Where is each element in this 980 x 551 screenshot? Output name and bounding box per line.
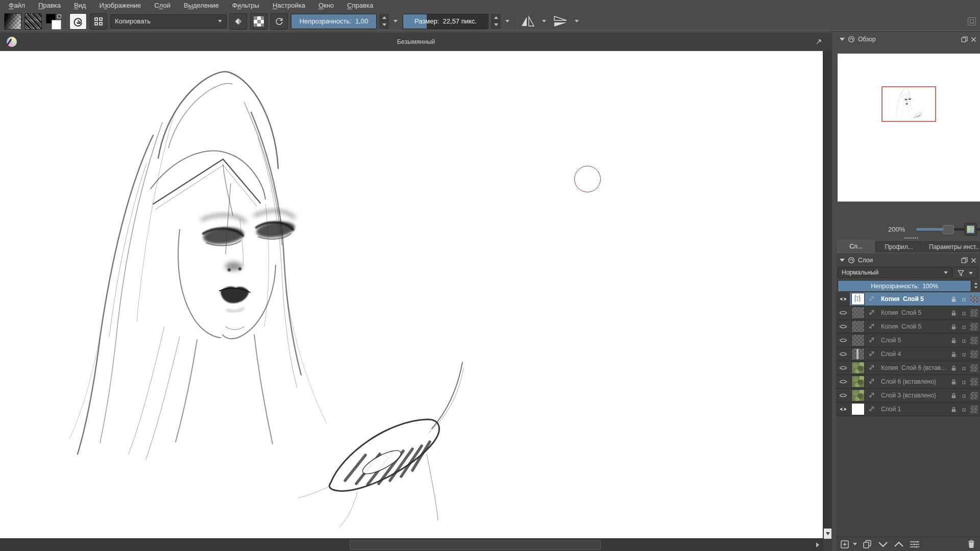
layer-hidden-eye-icon[interactable] [836, 334, 850, 347]
brush-opacity-slider[interactable]: Непрозрачность: 1,00 [291, 14, 377, 29]
layer-row[interactable]: Слой 4α [836, 347, 980, 361]
reload-preset-button[interactable] [271, 13, 288, 30]
layer-hidden-eye-icon[interactable] [836, 306, 850, 319]
inherit-alpha-icon[interactable] [868, 392, 877, 399]
lock-icon[interactable] [950, 337, 958, 344]
alpha-icon[interactable]: α [960, 295, 968, 303]
layer-row[interactable]: Слой 5α [836, 334, 980, 347]
pattern-swatch-button[interactable] [24, 13, 42, 30]
lock-icon[interactable] [950, 378, 958, 386]
alpha-icon[interactable]: α [960, 378, 968, 386]
alpha-icon[interactable]: α [960, 309, 968, 317]
layer-thumbnail[interactable] [851, 403, 865, 415]
layer-hidden-eye-icon[interactable] [836, 347, 850, 361]
layer-thumbnail[interactable] [851, 334, 865, 346]
overview-docker-header[interactable]: Обзор [836, 33, 980, 46]
tab-tool-options[interactable]: Параметры инст... [923, 241, 980, 253]
layer-hidden-eye-icon[interactable] [836, 361, 850, 374]
add-layer-dropdown[interactable] [853, 543, 857, 545]
scrollbar-right-arrow[interactable] [816, 542, 819, 547]
alpha-channel-icon[interactable] [970, 295, 978, 303]
tab-layers[interactable]: Сл... [838, 240, 874, 253]
foreground-background-colors[interactable] [45, 13, 62, 30]
alpha-channel-icon[interactable] [970, 350, 978, 358]
layer-thumbnail[interactable] [851, 348, 865, 360]
layer-row[interactable]: Копия Слой 6 (вставле...α [836, 361, 980, 375]
menu-item[interactable]: Фильтры [226, 0, 266, 11]
blending-mode-combobox[interactable]: Копировать [110, 14, 227, 29]
blend-mode-combobox[interactable]: Нормальный [838, 267, 952, 278]
brush-size-slider[interactable]: Размер: 22,57 пикс. [403, 14, 488, 29]
alpha-channel-icon[interactable] [970, 337, 978, 344]
move-layer-down-button[interactable] [877, 539, 889, 550]
float-docker-icon[interactable] [961, 36, 968, 42]
layer-thumbnail[interactable] [851, 320, 865, 333]
delete-layer-button[interactable] [966, 539, 977, 550]
alpha-icon[interactable]: α [960, 406, 968, 413]
layer-thumbnail[interactable] [851, 375, 865, 388]
alpha-channel-icon[interactable] [970, 364, 978, 372]
inherit-alpha-icon[interactable] [868, 295, 877, 303]
move-layer-up-button[interactable] [893, 539, 904, 550]
inherit-alpha-icon[interactable] [868, 364, 877, 371]
menu-item[interactable]: Справка [340, 0, 380, 11]
layer-hidden-eye-icon[interactable] [836, 375, 850, 388]
overview-viewport[interactable] [838, 54, 980, 202]
alpha-icon[interactable]: α [960, 337, 968, 344]
alpha-channel-icon[interactable] [970, 378, 978, 386]
layer-row[interactable]: Копия Слой 5α [836, 292, 980, 306]
inherit-alpha-icon[interactable] [868, 378, 877, 385]
inherit-alpha-icon[interactable] [868, 337, 877, 344]
alpha-channel-icon[interactable] [970, 309, 978, 317]
lock-icon[interactable] [950, 364, 958, 372]
scrollbar-down-arrow[interactable] [824, 529, 831, 539]
size-spinner[interactable] [492, 14, 500, 29]
zoom-slider-handle[interactable] [943, 225, 954, 234]
opacity-spinner[interactable] [380, 14, 388, 29]
duplicate-layer-button[interactable] [862, 539, 873, 550]
add-layer-button[interactable] [839, 539, 850, 550]
menu-item[interactable]: Файл [2, 0, 32, 11]
alpha-channel-icon[interactable] [970, 406, 978, 413]
menu-item[interactable]: Изображение [92, 0, 148, 11]
alpha-icon[interactable]: α [960, 392, 968, 399]
inherit-alpha-icon[interactable] [868, 406, 877, 413]
alpha-icon[interactable]: α [960, 350, 968, 358]
workspace-grid-button[interactable] [90, 13, 107, 30]
lock-icon[interactable] [950, 295, 958, 303]
layer-hidden-eye-icon[interactable] [836, 389, 850, 402]
layer-hidden-eye-icon[interactable] [836, 320, 850, 333]
lock-icon[interactable] [950, 350, 958, 358]
alpha-icon[interactable]: α [960, 364, 968, 372]
layer-row[interactable]: Слой 1α [836, 403, 980, 416]
size-options-dropdown[interactable] [503, 14, 511, 29]
layer-row[interactable]: Копия Слой 5α [836, 306, 980, 320]
pin-icon[interactable] [815, 38, 823, 45]
swap-colors-icon[interactable] [56, 13, 62, 19]
layer-thumbnail[interactable] [851, 307, 865, 319]
overview-thumbnail[interactable] [881, 86, 936, 122]
menu-item[interactable]: Правка [32, 0, 67, 11]
layer-visible-eye-icon[interactable] [836, 292, 850, 306]
inherit-alpha-icon[interactable] [868, 350, 877, 358]
document-titlebar[interactable]: Безымянный [0, 32, 832, 52]
alpha-icon[interactable]: α [960, 323, 968, 331]
layer-row[interactable]: Слой 6 (вставлено)α [836, 375, 980, 389]
lock-icon[interactable] [950, 323, 958, 331]
mirror-horizontal-button[interactable] [519, 14, 537, 29]
canvas-vertical-scrollbar[interactable] [823, 51, 832, 539]
layer-properties-button[interactable] [909, 539, 920, 550]
preserve-alpha-button[interactable] [250, 13, 267, 30]
menu-item[interactable]: Окно [312, 0, 340, 11]
menu-item[interactable]: Выделение [177, 0, 226, 11]
layer-thumbnail[interactable] [851, 293, 865, 305]
collapse-arrow-icon[interactable] [840, 38, 845, 41]
menu-item[interactable]: Настройка [266, 0, 312, 11]
inherit-alpha-icon[interactable] [868, 309, 877, 316]
layer-filter-button[interactable] [952, 267, 978, 279]
close-docker-icon[interactable] [971, 37, 976, 42]
lock-icon[interactable] [950, 392, 958, 399]
opacity-options-dropdown[interactable] [391, 14, 400, 29]
menu-item[interactable]: Слой [148, 0, 177, 11]
layer-row[interactable]: Копия Слой 5α [836, 320, 980, 334]
